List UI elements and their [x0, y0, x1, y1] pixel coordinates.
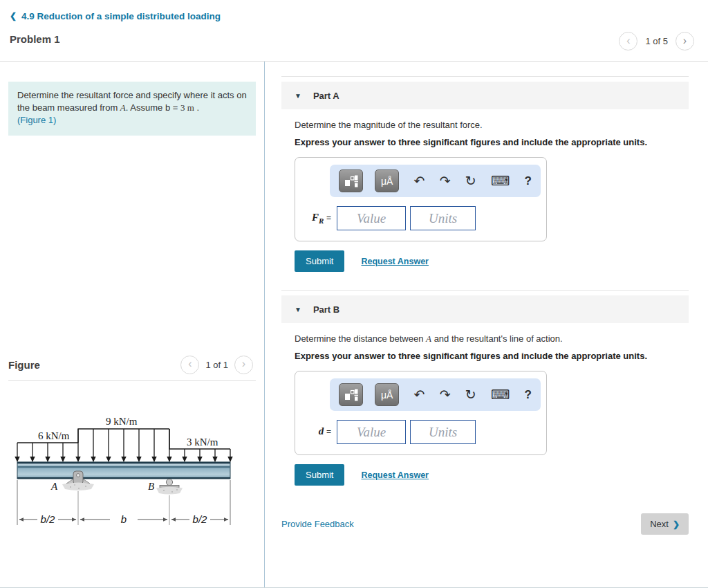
part-b-prompt: Determine the distance between A and the… — [295, 333, 689, 344]
chevron-left-icon: ‹ — [188, 358, 192, 370]
next-problem-button[interactable]: › — [676, 32, 694, 50]
figure-divider — [8, 380, 256, 381]
submit-button[interactable]: Submit — [295, 464, 344, 486]
support-label-a: A — [50, 481, 58, 492]
problem-page-count: 1 of 5 — [645, 36, 668, 46]
page-title: Problem 1 — [10, 33, 697, 45]
figure-link[interactable]: (Figure 1) — [17, 115, 56, 125]
part-b-header[interactable]: ▼ Part B — [281, 295, 689, 323]
answer-var: d — [319, 425, 324, 437]
part-b-express-instruction: Express your answer to three significant… — [295, 351, 689, 361]
problem-pagination: ‹ 1 of 5 › — [619, 32, 694, 50]
value-input[interactable] — [337, 420, 406, 444]
redo-icon[interactable]: ↷ — [440, 174, 451, 187]
provide-feedback-link[interactable]: Provide Feedback — [281, 519, 354, 529]
problem-statement: Determine the resultant force and specif… — [8, 82, 256, 136]
part-b-label: Part B — [313, 304, 339, 315]
units-button[interactable]: μÅ — [375, 169, 399, 192]
units-icon: μÅ — [381, 176, 393, 187]
redo-icon[interactable]: ↷ — [440, 388, 451, 401]
figure-section: Figure ‹ 1 of 1 › — [8, 356, 256, 543]
part-b-answer-box: μÅ ↶ ↷ ↻ ⌨ ? d = — [295, 371, 547, 455]
math-template-button[interactable] — [339, 169, 363, 192]
equation-toolbar: μÅ ↶ ↷ ↻ ⌨ ? — [330, 165, 541, 197]
statement-var-a: A — [120, 102, 126, 113]
back-link-label: 4.9 Reduction of a simple distributed lo… — [21, 11, 221, 21]
footer-row: Provide Feedback Next ❯ — [281, 513, 689, 535]
units-icon: μÅ — [381, 389, 393, 401]
prev-figure-button[interactable]: ‹ — [180, 356, 199, 374]
units-input[interactable] — [410, 206, 476, 230]
units-button[interactable]: μÅ — [375, 383, 399, 406]
dim-label-mid: b — [121, 513, 127, 525]
roller-support-b — [156, 479, 183, 494]
math-template-icon — [344, 174, 358, 188]
equals-sign: = — [326, 213, 331, 223]
chevron-left-icon: ‹ — [626, 35, 630, 47]
reset-icon[interactable]: ↻ — [465, 388, 476, 401]
equation-toolbar: μÅ ↶ ↷ ↻ ⌨ ? — [330, 378, 541, 411]
answer-variable-label: FR = — [302, 212, 331, 225]
part-b-prompt-var: A — [426, 333, 431, 344]
part-a-section: ▼ Part A Determine the magnitude of the … — [281, 76, 689, 272]
answer-var: F — [312, 212, 319, 223]
reset-icon[interactable]: ↻ — [465, 174, 476, 187]
part-b-prompt-text-2: and the resultant's line of action. — [431, 333, 563, 344]
dim-label-left: b/2 — [41, 513, 56, 525]
statement-text-2: . Assume b = — [126, 102, 180, 113]
keyboard-icon[interactable]: ⌨ — [491, 388, 510, 401]
page: ❮ 4.9 Reduction of a simple distributed … — [0, 0, 708, 588]
dim-label-right: b/2 — [193, 513, 208, 525]
submit-button[interactable]: Submit — [295, 250, 344, 272]
back-chevron-icon: ❮ — [10, 11, 17, 21]
collapse-triangle-icon[interactable]: ▼ — [295, 306, 301, 313]
part-a-prompt-text: Determine the magnitude of the resultant… — [295, 120, 483, 130]
help-icon[interactable]: ? — [525, 175, 532, 187]
next-figure-button[interactable]: › — [234, 356, 253, 374]
figure-pagination: ‹ 1 of 1 › — [180, 356, 253, 374]
part-a-prompt: Determine the magnitude of the resultant… — [295, 120, 689, 131]
value-input[interactable] — [337, 206, 406, 230]
answer-var-sub: R — [319, 217, 324, 225]
answer-variable-label: d = — [302, 425, 331, 439]
chevron-right-icon: ❯ — [673, 520, 680, 529]
part-a-header[interactable]: ▼ Part A — [281, 82, 689, 109]
load-label-mid: 9 kN/m — [106, 416, 138, 427]
keyboard-icon[interactable]: ⌨ — [491, 174, 510, 187]
statement-text-3: . — [194, 102, 199, 113]
prev-problem-button[interactable]: ‹ — [619, 32, 637, 50]
units-input[interactable] — [410, 420, 476, 444]
back-link[interactable]: ❮ 4.9 Reduction of a simple distributed … — [10, 11, 221, 21]
statement-value: 3 m — [180, 102, 194, 113]
support-label-b: B — [148, 481, 154, 492]
figure-page-count: 1 of 1 — [205, 360, 228, 370]
part-a-answer-box: μÅ ↶ ↷ ↻ ⌨ ? FR = — [295, 157, 547, 241]
next-button[interactable]: Next ❯ — [641, 513, 689, 535]
item-column: Determine the resultant force and specif… — [0, 62, 265, 587]
beam-figure: 6 kN/m 9 kN/m 3 kN/m — [12, 406, 259, 541]
chevron-right-icon: › — [683, 35, 687, 47]
math-template-icon — [344, 388, 358, 402]
load-label-left: 6 kN/m — [38, 430, 70, 441]
next-button-label: Next — [650, 519, 669, 529]
part-b-section: ▼ Part B Determine the distance between … — [281, 290, 689, 486]
request-answer-link[interactable]: Request Answer — [361, 470, 428, 480]
load-label-right: 3 kN/m — [187, 437, 218, 448]
undo-icon[interactable]: ↶ — [413, 388, 425, 401]
figure-title: Figure — [8, 359, 40, 371]
part-a-express-instruction: Express your answer to three significant… — [295, 137, 689, 147]
collapse-triangle-icon[interactable]: ▼ — [295, 92, 301, 100]
part-a-label: Part A — [313, 91, 339, 101]
math-template-button[interactable] — [339, 383, 363, 406]
header: ❮ 4.9 Reduction of a simple distributed … — [0, 0, 708, 62]
undo-icon[interactable]: ↶ — [413, 174, 425, 187]
request-answer-link[interactable]: Request Answer — [361, 257, 428, 266]
equals-sign: = — [326, 427, 331, 437]
chevron-right-icon: › — [242, 358, 245, 370]
part-b-prompt-text: Determine the distance between — [295, 333, 426, 344]
answer-column: ▼ Part A Determine the magnitude of the … — [265, 62, 708, 587]
help-icon[interactable]: ? — [525, 389, 532, 401]
